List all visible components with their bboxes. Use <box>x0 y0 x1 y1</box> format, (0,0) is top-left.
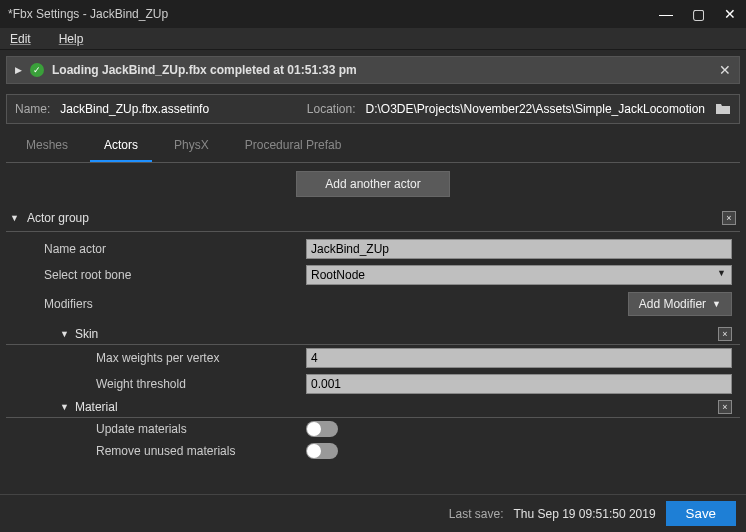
max-weights-input[interactable] <box>306 348 732 368</box>
name-actor-input[interactable] <box>306 239 732 259</box>
name-value: JackBind_ZUp.fbx.assetinfo <box>60 102 209 116</box>
open-folder-icon[interactable] <box>715 101 731 117</box>
window-controls: — ▢ ✕ <box>658 6 738 22</box>
maximize-button[interactable]: ▢ <box>690 6 706 22</box>
menubar: Edit Help <box>0 28 746 50</box>
file-info-row: Name: JackBind_ZUp.fbx.assetinfo Locatio… <box>6 94 740 124</box>
skin-expander-icon[interactable]: ▼ <box>60 329 69 339</box>
actor-group-title: Actor group <box>27 211 714 225</box>
success-icon: ✓ <box>30 63 44 77</box>
remove-actor-group-button[interactable]: × <box>722 211 736 225</box>
material-title: Material <box>75 400 712 414</box>
tabs: Meshes Actors PhysX Procedural Prefab <box>6 130 740 163</box>
menu-help[interactable]: Help <box>59 32 84 46</box>
weight-threshold-input[interactable] <box>306 374 732 394</box>
tab-actors[interactable]: Actors <box>90 130 152 162</box>
tab-physx[interactable]: PhysX <box>160 130 223 162</box>
titlebar: *Fbx Settings - JackBind_ZUp — ▢ ✕ <box>0 0 746 28</box>
remove-material-button[interactable]: × <box>718 400 732 414</box>
add-another-bar: Add another actor <box>0 163 746 205</box>
window-title: *Fbx Settings - JackBind_ZUp <box>8 7 658 21</box>
name-label: Name: <box>15 102 50 116</box>
minimize-button[interactable]: — <box>658 6 674 22</box>
skin-title: Skin <box>75 327 712 341</box>
chevron-down-icon: ▼ <box>712 299 721 309</box>
remove-unused-materials-label: Remove unused materials <box>6 444 306 458</box>
actor-group-header: ▼ Actor group × <box>6 205 740 232</box>
update-materials-label: Update materials <box>6 422 306 436</box>
remove-skin-button[interactable]: × <box>718 327 732 341</box>
last-save-value: Thu Sep 19 09:51:50 2019 <box>513 507 655 521</box>
actors-panel: ▼ Actor group × Name actor Select root b… <box>0 205 746 494</box>
status-message: Loading JackBind_ZUp.fbx completed at 01… <box>52 63 711 77</box>
add-modifier-button[interactable]: Add Modifier ▼ <box>628 292 732 316</box>
weight-threshold-label: Weight threshold <box>6 377 306 391</box>
skin-section-header: ▼ Skin × <box>6 324 740 345</box>
modifiers-label: Modifiers <box>44 297 628 311</box>
location-value: D:\O3DE\Projects\November22\Assets\Simpl… <box>366 102 705 116</box>
tab-meshes[interactable]: Meshes <box>12 130 82 162</box>
dismiss-banner-button[interactable]: ✕ <box>719 62 731 78</box>
close-button[interactable]: ✕ <box>722 6 738 22</box>
select-root-bone-label: Select root bone <box>6 268 306 282</box>
material-section-header: ▼ Material × <box>6 397 740 418</box>
location-label: Location: <box>307 102 356 116</box>
add-another-actor-button[interactable]: Add another actor <box>296 171 449 197</box>
update-materials-toggle[interactable] <box>306 421 338 437</box>
status-banner: ▶ ✓ Loading JackBind_ZUp.fbx completed a… <box>6 56 740 84</box>
actor-group-expander-icon[interactable]: ▼ <box>10 213 19 223</box>
menu-edit[interactable]: Edit <box>10 32 31 46</box>
name-actor-label: Name actor <box>6 242 306 256</box>
actor-group-form: Name actor Select root bone Modifiers Ad… <box>6 232 740 466</box>
remove-unused-materials-toggle[interactable] <box>306 443 338 459</box>
last-save-label: Last save: <box>449 507 504 521</box>
select-root-bone-dropdown[interactable] <box>306 265 732 285</box>
max-weights-label: Max weights per vertex <box>6 351 306 365</box>
expand-chevron-icon[interactable]: ▶ <box>15 65 22 75</box>
tab-procedural-prefab[interactable]: Procedural Prefab <box>231 130 356 162</box>
save-button[interactable]: Save <box>666 501 736 526</box>
footer: Last save: Thu Sep 19 09:51:50 2019 Save <box>0 494 746 532</box>
material-expander-icon[interactable]: ▼ <box>60 402 69 412</box>
